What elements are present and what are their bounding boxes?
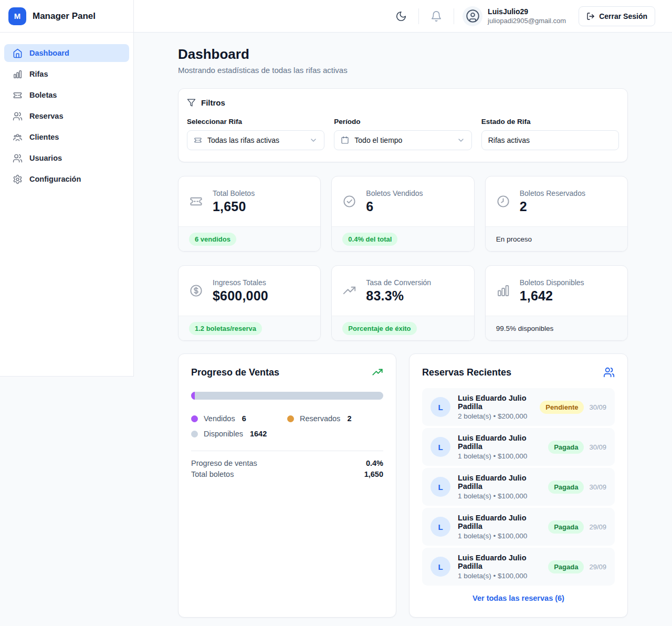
view-all-reservations-link[interactable]: Ver todas las reservas (6)	[472, 594, 564, 602]
stats-grid-row-1: Total Boletos 1,650 6 vendidos	[178, 176, 628, 252]
recent-reservations-card: Reservas Recientes L Luis Eduardo Julio …	[409, 353, 628, 618]
estado-input[interactable]: Rifas activas	[481, 130, 619, 150]
status-badge: Pagada	[548, 560, 584, 573]
logout-label: Cerrar Sesión	[599, 12, 647, 20]
chevron-down-icon	[457, 136, 465, 144]
stat-footer-badge: Porcentaje de éxito	[342, 322, 416, 335]
filters-title: Filtros	[201, 98, 225, 107]
periodo-select[interactable]: Todo el tiempo	[334, 130, 471, 150]
home-icon	[13, 48, 23, 58]
page-title: Dashboard	[178, 46, 628, 62]
stat-label: Ingresos Totales	[213, 278, 268, 287]
user-menu[interactable]: LuisJulio29 juliopadi2905@gmail.com	[463, 6, 566, 26]
filter-field-periodo: Período Todo el tiempo	[334, 118, 471, 150]
sidebar-item-label: Configuración	[29, 175, 81, 183]
avatar: L	[430, 437, 450, 457]
legend-label: Disponibles	[204, 430, 243, 438]
stat-footer-badge: 6 vendidos	[189, 233, 236, 246]
clock-icon	[496, 194, 510, 208]
reservation-detail: 1 boleta(s) • $100,000	[458, 572, 541, 580]
sidebar-item-dashboard[interactable]: Dashboard	[4, 44, 129, 62]
sidebar: Dashboard Rifas Boletas Reservas Cliente…	[0, 33, 134, 377]
filter-icon	[187, 98, 196, 107]
avatar: L	[430, 397, 450, 417]
stat-value: 83.3%	[366, 288, 431, 304]
stat-value: 6	[366, 199, 423, 214]
reservation-date: 30/09	[589, 443, 606, 451]
reservation-row[interactable]: L Luis Eduardo Julio Padilla 1 boleta(s)…	[422, 508, 615, 546]
status-badge: Pagada	[548, 481, 584, 494]
users-icon	[13, 153, 23, 163]
legend-dot	[287, 415, 294, 422]
rifa-select[interactable]: Todas las rifas activas	[187, 130, 324, 150]
legend-value: 1642	[250, 430, 267, 438]
logout-icon	[586, 12, 595, 20]
stat-label: Boletos Reservados	[520, 189, 585, 197]
summary-row: Progreso de ventas 0.4%	[191, 458, 383, 469]
reservation-row[interactable]: L Luis Eduardo Julio Padilla 2 boleta(s)…	[422, 388, 615, 426]
stat-card-boletos-disponibles: Boletos Disponibles 1,642 99.5% disponib…	[485, 265, 628, 341]
header-divider	[454, 8, 454, 24]
stat-value: $600,000	[213, 288, 268, 304]
sidebar-item-configuracion[interactable]: Configuración	[4, 170, 129, 188]
filter-label: Estado de Rifa	[481, 118, 619, 126]
filters-header: Filtros	[187, 98, 619, 107]
user-circle-icon	[466, 9, 480, 23]
reservation-name: Luis Eduardo Julio Padilla	[458, 394, 532, 411]
filter-label: Período	[334, 118, 471, 126]
sidebar-item-label: Rifas	[29, 70, 48, 78]
header-actions: LuisJulio29 juliopadi2905@gmail.com Cerr…	[134, 0, 672, 32]
bottom-grid: Progreso de Ventas Vendidos 6	[178, 353, 628, 626]
legend-item-reservados: Reservados 2	[287, 414, 383, 423]
user-name: LuisJulio29	[488, 7, 566, 16]
avatar	[463, 6, 482, 26]
sidebar-item-label: Boletas	[29, 91, 57, 99]
sidebar-item-clientes[interactable]: Clientes	[4, 128, 129, 146]
stat-footer-text: 99.5% disponibles	[496, 325, 554, 332]
sidebar-item-rifas[interactable]: Rifas	[4, 65, 129, 83]
sidebar-item-label: Dashboard	[29, 49, 69, 57]
page-subtitle: Mostrando estadísticas de todas las rifa…	[178, 66, 628, 75]
logout-button[interactable]: Cerrar Sesión	[579, 6, 655, 26]
periodo-select-value: Todo el tiempo	[354, 136, 402, 144]
sidebar-item-boletas[interactable]: Boletas	[4, 86, 129, 104]
status-badge: Pendiente	[540, 401, 584, 414]
reservation-row[interactable]: L Luis Eduardo Julio Padilla 1 boleta(s)…	[422, 428, 615, 466]
reservation-row[interactable]: L Luis Eduardo Julio Padilla 1 boleta(s)…	[422, 468, 615, 506]
reservation-name: Luis Eduardo Julio Padilla	[458, 514, 541, 530]
legend-item-disponibles: Disponibles 1642	[191, 430, 287, 438]
sidebar-item-reservas[interactable]: Reservas	[4, 107, 129, 125]
sidebar-item-label: Usuarios	[29, 154, 62, 162]
sales-progress-title: Progreso de Ventas	[191, 367, 279, 378]
stat-label: Tasa de Conversión	[366, 278, 431, 287]
stat-label: Boletos Disponibles	[520, 278, 584, 287]
filter-label: Seleccionar Rifa	[187, 118, 324, 126]
stat-value: 2	[520, 199, 585, 214]
app-logo: M	[8, 7, 26, 25]
notifications-button[interactable]	[427, 7, 445, 25]
dark-mode-toggle[interactable]	[392, 7, 410, 25]
sidebar-item-usuarios[interactable]: Usuarios	[4, 149, 129, 167]
stats-grid-row-2: Ingresos Totales $600,000 1.2 boletas/re…	[178, 265, 628, 341]
reservation-detail: 2 boleta(s) • $200,000	[458, 412, 532, 420]
ticket-icon	[189, 194, 203, 208]
filter-field-estado: Estado de Rifa Rifas activas	[481, 118, 619, 150]
user-info: LuisJulio29 juliopadi2905@gmail.com	[488, 7, 566, 25]
summary-row: Total boletos 1,650	[191, 469, 383, 480]
chevron-down-icon	[309, 136, 318, 144]
stat-card-tasa-conversion: Tasa de Conversión 83.3% Porcentaje de é…	[331, 265, 474, 341]
avatar: L	[430, 477, 450, 497]
filters-card: Filtros Seleccionar Rifa Todas las rifas…	[178, 88, 628, 162]
bar-chart-icon	[496, 284, 510, 298]
sales-progress-card: Progreso de Ventas Vendidos 6	[178, 353, 396, 618]
gear-icon	[13, 174, 23, 184]
stat-card-total-boletos: Total Boletos 1,650 6 vendidos	[178, 176, 321, 252]
reservation-detail: 1 boleta(s) • $100,000	[458, 532, 541, 540]
stat-card-boletos-reservados: Boletos Reservados 2 En proceso	[485, 176, 628, 252]
legend-item-vendidos: Vendidos 6	[191, 414, 287, 423]
avatar: L	[430, 517, 450, 537]
reservation-row[interactable]: L Luis Eduardo Julio Padilla 1 boleta(s)…	[422, 548, 615, 586]
sidebar-item-label: Clientes	[29, 133, 59, 141]
legend-value: 2	[347, 414, 351, 423]
reservations-list: L Luis Eduardo Julio Padilla 2 boleta(s)…	[422, 388, 615, 586]
